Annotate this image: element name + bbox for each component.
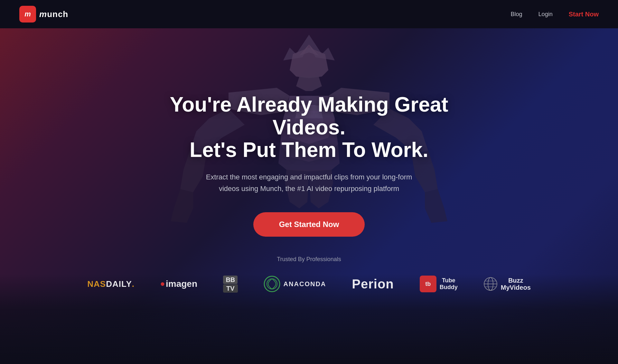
nasdaily-daily: DAILY — [106, 279, 132, 289]
logo-text: munch — [39, 9, 68, 19]
anaconda-icon — [264, 276, 280, 292]
brand-perion: Perion — [352, 277, 394, 291]
brand-nasdaily: NASDAILY. — [87, 279, 135, 289]
nasdaily-nas: NAS — [87, 279, 106, 289]
buzz-my: Buzz — [501, 277, 531, 284]
bbtv-tv: TV — [223, 284, 238, 293]
brand-tubebuddy: tb Tube Buddy — [420, 276, 458, 292]
logo[interactable]: m munch — [19, 6, 68, 23]
my-videos: MyVideos — [501, 284, 531, 291]
navbar: m munch Blog Login Start Now — [0, 0, 618, 28]
nasdaily-dot: . — [132, 279, 135, 289]
perion-text: Perion — [352, 277, 394, 291]
bbtv-bb: BB — [223, 276, 238, 284]
svg-marker-3 — [296, 77, 322, 91]
bbtv-letters: BB TV — [223, 276, 238, 293]
start-now-link[interactable]: Start Now — [569, 11, 599, 18]
blog-link[interactable]: Blog — [511, 11, 522, 18]
logo-icon: m — [19, 6, 36, 23]
nav-links: Blog Login Start Now — [511, 11, 599, 18]
tubebuddy-text-block: Tube Buddy — [440, 277, 458, 291]
hero-content: You're Already Making Great Videos. Let'… — [148, 93, 470, 237]
tubebuddy-icon: tb — [420, 276, 436, 292]
trusted-label: Trusted By Professionals — [19, 256, 599, 263]
trusted-section: Trusted By Professionals NASDAILY. • ima… — [0, 256, 618, 293]
buzzmyvideos-globe-icon — [483, 277, 498, 291]
login-link[interactable]: Login — [538, 11, 553, 18]
hero-title: You're Already Making Great Videos. Let'… — [161, 93, 457, 161]
hero-subtitle: Extract the most engaging and impactful … — [161, 171, 457, 194]
hero-title-line1: You're Already Making Great Videos. — [170, 93, 448, 139]
imagen-text: imagen — [166, 279, 197, 289]
hero-section: You're Already Making Great Videos. Let'… — [0, 0, 618, 364]
brand-imagen: • imagen — [160, 279, 197, 289]
brand-anaconda: ANACONDA — [264, 276, 326, 292]
logo-letter: m — [24, 10, 31, 18]
svg-marker-2 — [290, 48, 328, 78]
tubebuddy-letter: tb — [425, 281, 431, 287]
brand-buzzmyvideos: Buzz MyVideos — [483, 277, 531, 291]
brand-bbtv: BB TV — [223, 276, 238, 293]
tubebuddy-buddy: Buddy — [440, 284, 458, 291]
hero-title-line2: Let's Put Them To Work. — [190, 138, 428, 161]
get-started-button[interactable]: Get Started Now — [253, 212, 365, 237]
logos-row: NASDAILY. • imagen BB TV — [19, 276, 599, 293]
buzzmyvideos-text: Buzz MyVideos — [501, 277, 531, 291]
hero-inner: You're Already Making Great Videos. Let'… — [0, 100, 618, 293]
anaconda-text: ANACONDA — [284, 280, 326, 288]
tubebuddy-tube: Tube — [440, 277, 458, 284]
